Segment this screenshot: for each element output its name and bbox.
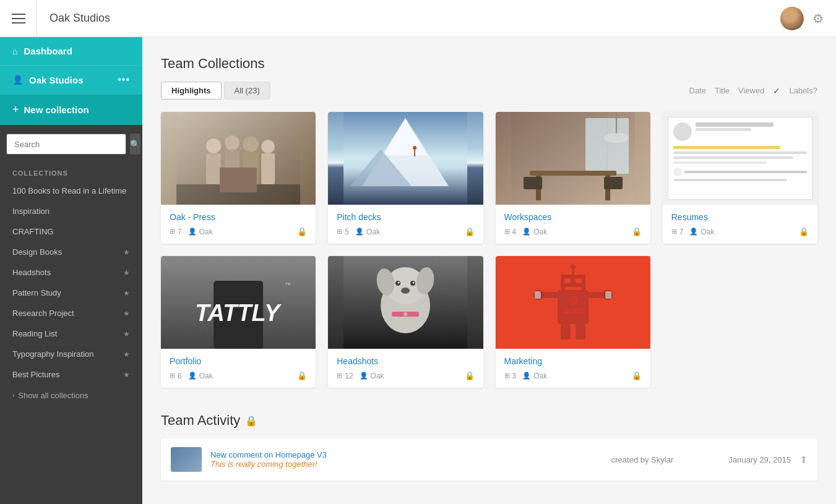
star-icon: ★ <box>123 350 130 359</box>
lock-icon: 🔒 <box>799 227 809 236</box>
lock-icon: 🔒 <box>465 227 475 236</box>
new-collection-button[interactable]: + New collection <box>0 94 142 125</box>
svg-rect-54 <box>535 291 541 299</box>
sidebar-collection-item[interactable]: Research Project★ <box>0 303 142 323</box>
upload-icon[interactable]: ⬆ <box>799 454 808 466</box>
tabs: Highlights All (23) <box>161 82 270 100</box>
sort-title[interactable]: Title <box>715 86 730 95</box>
svg-rect-49 <box>565 287 581 290</box>
collections-section-label: COLLECTIONS <box>0 163 142 181</box>
card-count: ⊞ 6 <box>170 372 182 380</box>
image-icon: ⊞ <box>170 228 175 236</box>
card-meta-left: ⊞ 3 👤 Oak <box>504 372 548 380</box>
card-info: Pitch decks ⊞ 5 👤 Oak 🔒 <box>328 205 483 244</box>
sidebar-collection-item[interactable]: Best Pictures★ <box>0 364 142 385</box>
image-icon: ⊞ <box>337 228 342 236</box>
card-meta: ⊞ 12 👤 Oak 🔒 <box>337 371 474 380</box>
svg-rect-50 <box>541 292 558 298</box>
svg-rect-61 <box>579 309 585 314</box>
activity-list: New comment on Homepage V3 This is reall… <box>161 438 817 481</box>
svg-text:TATTLY: TATTLY <box>195 300 282 326</box>
menu-button[interactable] <box>0 0 37 37</box>
gear-icon[interactable]: ⚙ <box>812 11 824 26</box>
card-thumbnail <box>496 112 650 205</box>
search-input[interactable] <box>6 134 126 155</box>
collection-card[interactable]: Resumes ⊞ 7 👤 Oak 🔒 <box>663 112 817 244</box>
collections-grid: Oak - Press ⊞ 7 👤 Oak 🔒 <box>161 112 817 388</box>
show-all-collections[interactable]: › Show all collections <box>0 385 142 406</box>
card-info: Marketing ⊞ 3 👤 Oak 🔒 <box>496 349 650 388</box>
collection-card[interactable]: Marketing ⊞ 3 👤 Oak 🔒 <box>496 256 650 388</box>
team-icon: 👤 <box>12 75 23 85</box>
card-meta-left: ⊞ 4 👤 Oak <box>504 228 548 236</box>
card-owner: 👤 Oak <box>689 228 714 236</box>
tab-highlights[interactable]: Highlights <box>161 82 222 100</box>
collection-item-name: Inspiration <box>12 207 130 216</box>
main-layout: ⌂ Dashboard 👤 Oak Studios ••• + New coll… <box>0 37 836 504</box>
svg-rect-57 <box>575 324 585 340</box>
svg-point-1 <box>206 139 221 153</box>
card-info: Portfolio ⊞ 6 👤 Oak 🔒 <box>161 349 316 388</box>
tab-all[interactable]: All (23) <box>224 82 270 100</box>
sidebar-collection-item[interactable]: CRAFTING <box>0 221 142 242</box>
sort-date[interactable]: Date <box>689 86 706 95</box>
image-icon: ⊞ <box>337 372 342 380</box>
card-count: ⊞ 12 <box>337 372 353 380</box>
sidebar-collection-item[interactable]: Reading List★ <box>0 323 142 344</box>
card-meta-left: ⊞ 12 👤 Oak <box>337 372 384 380</box>
card-meta-left: ⊞ 5 👤 Oak <box>337 228 380 236</box>
sidebar-collection-item[interactable]: Pattern Study★ <box>0 283 142 303</box>
sidebar-item-dashboard[interactable]: ⌂ Dashboard <box>0 37 142 65</box>
collection-card[interactable]: Oak - Press ⊞ 7 👤 Oak 🔒 <box>161 112 316 244</box>
new-collection-label: New collection <box>24 105 89 115</box>
card-title: Portfolio <box>170 356 307 366</box>
star-icon: ★ <box>123 330 130 338</box>
sidebar-collection-item[interactable]: Headshots★ <box>0 262 142 283</box>
collection-item-name: Pattern Study <box>12 288 123 297</box>
more-options-icon[interactable]: ••• <box>118 74 130 85</box>
person-icon: 👤 <box>188 228 197 236</box>
person-icon: 👤 <box>355 228 364 236</box>
collection-card[interactable]: TATTLY ™ Portfolio ⊞ 6 👤 Oak 🔒 <box>161 256 316 388</box>
card-owner: 👤 Oak <box>522 228 547 236</box>
card-count: ⊞ 7 <box>170 228 182 236</box>
card-title: Pitch decks <box>337 212 474 222</box>
card-meta-left: ⊞ 7 👤 Oak <box>671 228 715 236</box>
svg-rect-10 <box>220 168 257 192</box>
activity-date: January 29, 2015 <box>692 455 791 464</box>
svg-point-46 <box>571 264 575 269</box>
hamburger-icon <box>12 14 25 23</box>
app-title: Oak Studios <box>37 12 780 25</box>
card-owner: 👤 Oak <box>188 372 213 380</box>
sidebar-collection-item[interactable]: Design Books★ <box>0 242 142 262</box>
team-collections-section: Team Collections Highlights All (23) Dat… <box>161 56 817 388</box>
card-title: Resumes <box>671 212 809 222</box>
card-meta: ⊞ 7 👤 Oak 🔒 <box>170 227 307 236</box>
svg-rect-44 <box>561 275 585 293</box>
lock-icon: 🔒 <box>632 371 642 380</box>
search-button[interactable]: 🔍 <box>130 134 140 155</box>
team-label: Oak Studios <box>29 75 84 85</box>
svg-point-2 <box>225 135 239 150</box>
person-icon: 👤 <box>360 372 368 380</box>
svg-rect-20 <box>530 171 616 176</box>
sidebar-collection-item[interactable]: Inspiration <box>0 201 142 221</box>
activity-item[interactable]: New comment on Homepage V3 This is reall… <box>161 438 817 481</box>
activity-comment: This is really coming together! <box>210 459 593 469</box>
sidebar-collection-item[interactable]: 100 Books to Read in a Lifetime <box>0 181 142 201</box>
image-icon: ⊞ <box>504 372 510 380</box>
sort-viewed[interactable]: Viewed <box>738 86 764 95</box>
collection-card[interactable]: Workspaces ⊞ 4 👤 Oak 🔒 <box>496 112 650 244</box>
card-count: ⊞ 3 <box>504 372 517 380</box>
sort-labels[interactable]: Labels? <box>789 86 817 95</box>
activity-title: Team Activity <box>161 412 240 429</box>
collection-card[interactable]: Headshots ⊞ 12 👤 Oak 🔒 <box>328 256 483 388</box>
card-meta: ⊞ 5 👤 Oak 🔒 <box>337 227 474 236</box>
sidebar-collection-item[interactable]: Typography Inspiration★ <box>0 344 142 364</box>
sidebar-item-team[interactable]: 👤 Oak Studios ••• <box>0 65 142 94</box>
card-title: Marketing <box>504 356 642 366</box>
svg-text:™: ™ <box>285 281 291 288</box>
collection-card[interactable]: Pitch decks ⊞ 5 👤 Oak 🔒 <box>328 112 483 244</box>
avatar[interactable] <box>780 7 804 30</box>
card-owner: 👤 Oak <box>360 372 384 380</box>
